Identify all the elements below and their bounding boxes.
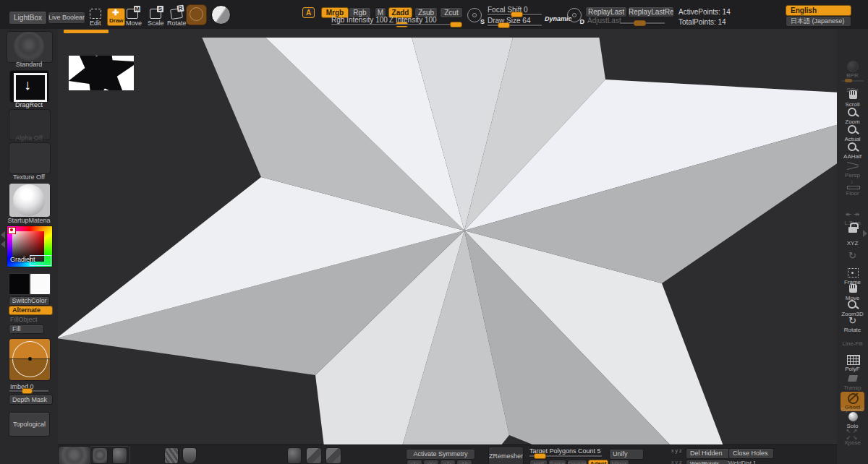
dots-stroke-icon[interactable]: D (567, 8, 582, 22)
xyz-toggles-row1[interactable]: x y z (671, 448, 681, 453)
same-button[interactable]: Same (548, 460, 566, 464)
rp-xpose-button[interactable]: Xpose (838, 428, 867, 446)
z-intensity-knob[interactable] (450, 22, 462, 27)
dragrect-icon: ↓ (14, 73, 47, 102)
total-points-label: TotalPoints: 14 (678, 18, 726, 26)
edit-label: Edit (90, 20, 101, 27)
scale-button[interactable]: S Scale (148, 9, 165, 26)
slider-icon (842, 75, 864, 86)
main-color-swatch[interactable] (9, 273, 30, 295)
rp-rotate-view-button[interactable]: Rotate (838, 315, 867, 333)
draw-size-knob[interactable] (498, 22, 510, 28)
startup-material-thumb[interactable] (9, 183, 51, 218)
depth-mask-button[interactable]: Depth Mask (9, 395, 53, 405)
sym-z-button[interactable]: >Z< (440, 460, 456, 464)
rp-polyf-button[interactable]: PolyF (838, 354, 867, 372)
rp-zoom-button[interactable]: Zoom (838, 107, 867, 125)
rp-local-button[interactable] (838, 223, 867, 233)
stroke-icon[interactable]: S (467, 8, 482, 22)
close-holes-button[interactable]: Close Holes (728, 448, 774, 459)
z-intensity-label: Z Intensity 100 (389, 16, 437, 24)
tool-cube-1-thumb[interactable] (306, 447, 322, 464)
activate-symmetry-button[interactable]: Activate Symmetry (406, 449, 475, 460)
language-japanese-button[interactable]: 日本語 (Japanese) (786, 16, 851, 27)
document-canvas[interactable] (58, 29, 837, 444)
del-hidden-button[interactable]: Del Hidden (686, 448, 730, 459)
mag-icon (844, 107, 861, 118)
stroke-dragrect-thumb[interactable]: ↓ (9, 70, 49, 103)
unify-button[interactable]: Unify (609, 449, 644, 460)
startup-material-label: StartupMateria (0, 217, 58, 224)
rp-rotate-axis-button[interactable] (838, 250, 867, 261)
sym-x-button[interactable]: >X< (407, 460, 422, 464)
rp-transp-label: Transp (838, 384, 867, 391)
rotate-button[interactable]: R Rotate (167, 9, 187, 26)
texture-off-thumb[interactable] (9, 142, 51, 174)
adjust-last-knob[interactable] (634, 20, 646, 26)
half-button[interactable]: Half (529, 460, 548, 464)
tool-cube-2-thumb[interactable] (326, 447, 341, 464)
quick-pick-a-button[interactable]: A (302, 7, 315, 18)
mag-icon (844, 142, 861, 152)
language-english-button[interactable]: English (786, 5, 851, 16)
secondary-color-swatch[interactable] (30, 273, 51, 295)
replay-last-rel-button[interactable]: ReplayLastRel (628, 7, 674, 17)
rp-xyz-button[interactable]: XYZ (838, 239, 867, 246)
draw-label: Draw (109, 17, 124, 24)
draw-dots-icon: ✚ (112, 8, 119, 17)
target-polygons-knob[interactable] (534, 453, 546, 459)
zbrush-window: { "top_bar": { "lightbox": "LightBox", "… (0, 0, 868, 464)
draw-button[interactable]: ✚ Draw (107, 8, 125, 26)
replay-last-button[interactable]: ReplayLast (585, 7, 627, 17)
topological-button[interactable]: Topological (9, 412, 50, 437)
rp-aahalf-button[interactable]: AAHalf (838, 142, 867, 160)
sym-y-button[interactable]: >Y< (423, 460, 439, 464)
persp-icon (844, 160, 861, 171)
zbrush-logo-icon[interactable] (211, 5, 231, 25)
depth-mask-curve[interactable] (9, 338, 51, 381)
texture-striped-sphere-thumb[interactable] (164, 447, 179, 464)
tool-sphere-thumb[interactable] (287, 447, 302, 464)
star-model (58, 38, 837, 444)
edit-button[interactable]: Edit (88, 9, 103, 26)
dots-letter: D (580, 18, 585, 25)
color-picker[interactable]: Gradient (7, 225, 53, 267)
rp-line-fill-button[interactable]: Line-Fill (838, 340, 867, 347)
sym-m-button[interactable]: >M< (456, 460, 472, 464)
lsym-icon (844, 208, 861, 219)
alternate-button[interactable]: Alternate (9, 306, 53, 315)
move-button[interactable]: M Move (125, 9, 141, 26)
dragrect-arrow-icon: ↓ (24, 77, 31, 93)
rp-transp-button[interactable]: Transp (838, 373, 867, 391)
xyz-toggles-row2[interactable]: x y z (671, 460, 681, 464)
left-tray-collapse-icon[interactable] (1, 231, 5, 239)
switch-color-button[interactable]: SwitchColor (9, 296, 50, 306)
adapt-button[interactable]: Adapt (588, 460, 608, 464)
brush-preview-large-thumb[interactable] (58, 446, 90, 464)
weld-points-button[interactable]: WeldPoints (686, 460, 730, 464)
double-button[interactable]: Double (567, 460, 587, 464)
rp-actual-button[interactable]: Actual (838, 124, 867, 142)
move-label: Move (126, 20, 142, 27)
weld-dist-slider[interactable]: WeldDist 1 (728, 460, 757, 464)
adjust-last-label: AdjustLast (587, 17, 621, 25)
tool-cone-thumb[interactable] (182, 447, 197, 464)
left-tray-collapse-icon2[interactable] (1, 241, 5, 248)
live-boolean-button[interactable]: Live Boolean (48, 12, 85, 24)
rotate-badge: R (176, 5, 184, 12)
mirror-button[interactable]: Mirror (609, 460, 629, 464)
zremesher-button[interactable]: ZRemesher (488, 447, 524, 464)
brush-standard-thumb[interactable] (7, 31, 53, 63)
lightbox-button[interactable]: LightBox (9, 11, 47, 25)
rotate-label: Rotate (167, 20, 187, 27)
fill-button[interactable]: Fill (9, 325, 44, 334)
thumb-star-shape (69, 56, 134, 90)
ghost-icon (844, 392, 861, 403)
zcut-button[interactable]: Zcut (440, 7, 463, 18)
brush-preview-button[interactable] (186, 4, 207, 25)
rp-scroll-button[interactable]: Scroll (838, 90, 867, 108)
active-points-label: ActivePoints: 14 (678, 8, 731, 16)
rp-floor-button[interactable]: Floor (838, 179, 867, 197)
gradient-label: Gradient (10, 256, 35, 263)
imbed-knob[interactable] (22, 388, 33, 394)
